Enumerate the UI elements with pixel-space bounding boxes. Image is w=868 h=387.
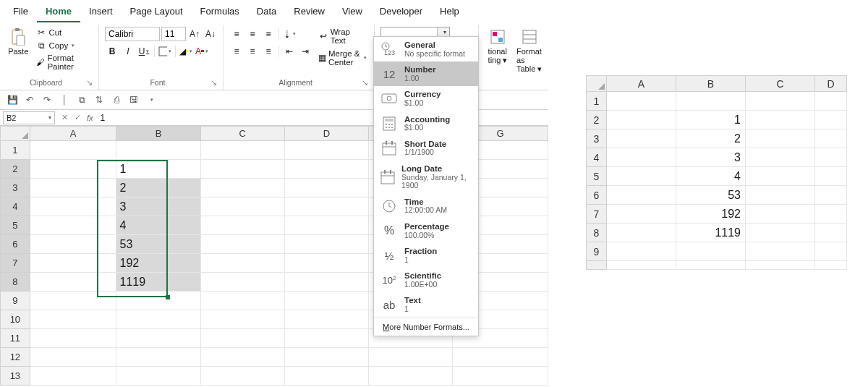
cell-right-D6[interactable] [815, 186, 847, 205]
undo-icon[interactable]: ↶ [23, 93, 36, 106]
row-header-right-2[interactable]: 2 [587, 111, 607, 129]
cell-right-C5[interactable] [746, 167, 815, 186]
select-all-corner[interactable] [1, 127, 30, 141]
col-header-D[interactable]: D [284, 127, 368, 141]
cell-right-D3[interactable] [815, 129, 847, 148]
cell-C3[interactable] [200, 179, 284, 197]
select-all-corner-right[interactable] [587, 76, 607, 92]
row-header-6[interactable]: 6 [1, 235, 30, 254]
row-header-right-4[interactable]: 4 [587, 148, 607, 167]
number-format-item-short-date[interactable]: Short Date1/1/1900 [374, 136, 478, 161]
align-right-button[interactable]: ≡ [261, 44, 276, 59]
number-format-item-number[interactable]: 12Number1.00 [374, 61, 478, 86]
cell-B12[interactable] [116, 348, 200, 367]
row-header-2[interactable]: 2 [1, 160, 30, 179]
font-size-select[interactable] [161, 27, 186, 41]
redo-icon[interactable]: ↷ [41, 93, 54, 106]
col-header-B[interactable]: B [116, 127, 200, 141]
number-format-item-scientific[interactable]: 102Scientific1.00E+00 [374, 268, 478, 292]
orientation-button[interactable]: ⭭ [282, 27, 297, 41]
copy-icon-qat[interactable]: ⧉ [75, 93, 88, 106]
paste-button[interactable]: Paste [6, 27, 30, 57]
cell-B3[interactable]: 2 [116, 179, 200, 197]
cell-A8[interactable] [30, 273, 116, 292]
format-as-table-button[interactable]: Format as Table ▾ [516, 27, 542, 75]
clipboard-dialog-launcher[interactable]: ↘ [86, 78, 93, 87]
cell-B10[interactable] [116, 310, 200, 329]
row-header-right-9[interactable]: 9 [587, 242, 607, 261]
row-header-right-1[interactable]: 1 [587, 92, 607, 111]
qat-more[interactable] [145, 93, 158, 106]
cell-B2[interactable]: 1 [116, 160, 200, 179]
cell-D1[interactable] [284, 141, 368, 160]
row-header-9[interactable]: 9 [1, 292, 30, 310]
cell-right-D4[interactable] [815, 148, 847, 167]
cell-C2[interactable] [200, 160, 284, 179]
row-header-13[interactable]: 13 [1, 367, 30, 386]
col-header-right-B[interactable]: B [676, 76, 746, 92]
col-header-C[interactable]: C [200, 127, 284, 141]
cell-right-B10[interactable] [676, 261, 746, 270]
italic-button[interactable]: I [121, 44, 135, 59]
cell-right-D5[interactable] [815, 167, 847, 186]
number-format-item-general[interactable]: 123GeneralNo specific format [374, 37, 478, 61]
row-header-right-5[interactable]: 5 [587, 167, 607, 186]
cell-C6[interactable] [200, 235, 284, 254]
align-middle-button[interactable]: ≡ [245, 27, 260, 41]
save-alt-icon[interactable]: 🖫 [127, 93, 140, 106]
underline-button[interactable]: U [137, 44, 151, 59]
col-header-A[interactable]: A [30, 127, 116, 141]
menu-item-formulas[interactable]: Formulas [192, 3, 248, 22]
cell-right-C6[interactable] [746, 186, 815, 205]
col-header-right-C[interactable]: C [746, 76, 815, 92]
cell-B7[interactable]: 192 [116, 254, 200, 273]
cell-right-A3[interactable] [607, 129, 676, 148]
row-header-1[interactable]: 1 [1, 141, 30, 160]
col-header-right-A[interactable]: A [607, 76, 676, 92]
cell-D3[interactable] [284, 179, 368, 197]
cell-G13[interactable] [453, 367, 548, 386]
menu-item-developer[interactable]: Developer [371, 3, 431, 22]
number-format-item-currency[interactable]: Currency$1.00 [374, 86, 478, 111]
row-header-12[interactable]: 12 [1, 348, 30, 367]
number-format-item-fraction[interactable]: ½Fraction1 [374, 243, 478, 268]
cell-A5[interactable] [30, 216, 116, 235]
cell-right-A6[interactable] [607, 186, 676, 205]
menu-item-view[interactable]: View [333, 3, 371, 22]
cell-A3[interactable] [30, 179, 116, 197]
cell-A13[interactable] [30, 367, 116, 386]
cell-D7[interactable] [284, 254, 368, 273]
row-header-3[interactable]: 3 [1, 179, 30, 197]
bold-button[interactable]: B [105, 44, 119, 59]
number-format-item-percentage[interactable]: %Percentage100.00% [374, 218, 478, 243]
font-name-select[interactable] [105, 27, 160, 41]
row-header-4[interactable]: 4 [1, 197, 30, 216]
font-dialog-launcher[interactable]: ↘ [210, 78, 217, 87]
cell-C1[interactable] [200, 141, 284, 160]
cell-right-B6[interactable]: 53 [676, 186, 746, 205]
formula-cancel-icon[interactable]: ✕ [58, 113, 71, 122]
col-header-right-D[interactable]: D [815, 76, 847, 92]
cell-A7[interactable] [30, 254, 116, 273]
cell-right-B2[interactable]: 1 [676, 111, 746, 129]
cell-right-B8[interactable]: 1119 [676, 224, 746, 242]
number-format-item-time[interactable]: Time12:00:00 AM [374, 194, 478, 218]
cell-right-C2[interactable] [746, 111, 815, 129]
copy-button[interactable]: ⧉ Copy [35, 40, 93, 51]
row-header-right-10[interactable] [587, 261, 607, 270]
cell-D11[interactable] [284, 329, 368, 348]
menu-item-help[interactable]: Help [431, 3, 468, 22]
align-left-button[interactable]: ≡ [229, 44, 244, 59]
row-header-11[interactable]: 11 [1, 329, 30, 348]
cell-E13[interactable] [369, 367, 453, 386]
number-format-item-long-date[interactable]: Long DateSunday, January 1, 1900 [374, 161, 478, 194]
cell-B9[interactable] [116, 292, 200, 310]
cell-right-C3[interactable] [746, 129, 815, 148]
cell-right-B5[interactable]: 4 [676, 167, 746, 186]
menu-item-file[interactable]: File [4, 3, 37, 22]
cell-C7[interactable] [200, 254, 284, 273]
menu-item-review[interactable]: Review [285, 3, 333, 22]
cell-right-B7[interactable]: 192 [676, 205, 746, 224]
cell-B1[interactable] [116, 141, 200, 160]
cut-button[interactable]: ✂ Cut [35, 27, 93, 38]
